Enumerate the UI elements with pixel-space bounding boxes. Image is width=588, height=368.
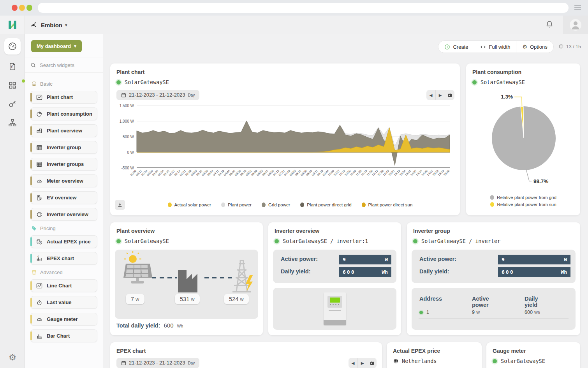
table-row[interactable]: 1 [419,310,429,315]
calendar-today-icon [370,361,375,366]
create-button[interactable]: Create [438,41,474,53]
plant-consumption-widget: Plant consumption SolarGatewaySE 1.3%98.… [466,63,580,215]
dashboard-content: Create Full width ⚙ Options 13 / 15 Plan… [103,34,588,368]
device-name: SolarGatewaySE / inverter [421,238,500,244]
window-minimize-button[interactable] [19,5,25,11]
svg-text:€: € [40,241,41,244]
sidebar-item-meter-overview[interactable]: Meter overview [30,174,97,187]
download-chart-button[interactable] [115,200,125,210]
table-cell-daily-yield: 600Wh [525,310,540,315]
next-period-button[interactable]: ▶ [358,358,367,368]
active-power-value: 9W [498,255,570,264]
sidebar-item-bar-chart[interactable]: Bar Chart [30,329,97,342]
total-daily-yield-label: Total daily yield: [116,322,160,329]
legend-grid-power[interactable]: Grid power [262,202,290,207]
window-maximize-button[interactable] [26,5,32,11]
chart-legend: Actual solar powerPlant powerGrid powerP… [125,202,455,207]
nav-dashboard[interactable] [4,38,21,55]
sidebar-item-label: Last value [47,299,72,305]
nav-settings[interactable]: ⚙ [0,352,25,363]
legend-plant-power[interactable]: Plant power [221,202,252,207]
options-button[interactable]: ⚙ Options [516,41,553,53]
section-header-advanced: Advanced [31,269,97,275]
key-icon [8,100,17,108]
sidebar-item-label: Plant overview [47,128,82,134]
sidebar-item-last-value[interactable]: Last value [30,296,97,309]
calendar-icon [121,93,126,98]
plant-chart-plot[interactable]: 1.500 W1.000 W500 W0 W-500 W00:0000:1700… [114,102,454,191]
group-values-panel: Active power: 9W Daily yield: 600Wh [412,250,576,283]
consumption-pie-chart[interactable]: 1.3%98.7% [466,89,580,190]
sidebar-item-label: Gauge meter [47,316,77,322]
sidebar-item-inverter-overview[interactable]: Inverter overview [30,208,97,221]
pie-legend-grid: Relative plant power from grid [490,195,556,200]
search-input[interactable] [40,62,94,68]
sidebar-item-plant-overview[interactable]: Plant overview [30,124,97,137]
legend-actual-solar-power[interactable]: Actual solar power [168,202,211,207]
sidebar-item-plant-chart[interactable]: Plant chart [30,91,97,104]
table-icon [36,144,42,151]
next-period-button[interactable]: ▶ [436,90,445,100]
calendar-today-icon [447,93,452,98]
nav-invoices[interactable]: € [4,58,21,75]
sidebar-item-actual-epex-price[interactable]: €Actual EPEX price [30,235,97,248]
sidebar-item-line-chart[interactable]: Line Chart [30,279,97,292]
daily-yield-label: Daily yield: [419,268,449,275]
sun-icon [124,251,141,263]
database-icon [31,269,37,275]
ev-charger-icon [36,195,42,201]
calendar-icon [121,361,126,366]
h-logo-icon [7,20,18,30]
sidebar-item-inverter-groups[interactable]: Inverter groups [30,158,97,171]
gauge-meter-widget: Gauge meter SolarGatewaySE [486,342,580,368]
arrows-horizontal-icon [480,44,486,50]
item-accent [30,210,32,219]
full-width-button[interactable]: Full width [474,41,516,53]
inverter-illustration-panel [273,288,396,330]
sidebar-item-epex-chart[interactable]: €EPEX chart [30,252,97,265]
gear-icon: ⚙ [9,352,16,362]
item-accent [30,126,32,135]
notifications-button[interactable] [545,20,555,30]
nav-topology[interactable] [4,114,21,131]
item-accent [30,143,32,152]
window-close-button[interactable] [12,5,18,11]
status-dot [116,239,121,243]
stopwatch-icon [36,299,42,306]
sidebar-item-inverter-group[interactable]: Inverter group [30,141,97,154]
today-button[interactable] [367,358,377,368]
svg-text:1.000 W: 1.000 W [120,119,134,123]
nav-access-keys[interactable] [4,96,21,112]
svg-text:€: € [11,65,13,69]
sidebar-item-gauge-meter[interactable]: Gauge meter [30,313,97,326]
today-button[interactable] [445,90,454,100]
prev-period-button[interactable]: ◀ [349,358,358,368]
sidebar-item-label: EPEX chart [47,255,74,261]
app-logo[interactable] [0,16,25,34]
legend-plant-power-direct-grid[interactable]: Plant power direct grid [300,202,351,207]
address-bar[interactable] [38,3,569,13]
nav-widgets[interactable] [4,77,21,93]
pie-chart-icon [36,111,42,117]
sidebar-item-ev-overview[interactable]: EV overview [30,191,97,204]
actual-epex-price-widget: Actual EPEX price Netherlands [387,342,482,368]
dashboard-selector-button[interactable]: My dashboard ▾ [31,40,82,52]
table-icon [36,161,42,167]
org-switcher[interactable]: Embion ▾ [30,16,67,34]
legend-plant-power-direct-sun[interactable]: Plant power direct sun [362,202,413,207]
date-range-picker[interactable]: 21-12-2023 - 21-12-2023 Day [116,358,199,368]
bell-icon [545,20,554,29]
tag-icon [31,225,37,231]
prev-period-button[interactable]: ◀ [426,90,436,100]
user-menu[interactable] [563,16,588,34]
item-accent [30,281,32,290]
sidebar-item-plant-consumption[interactable]: Plant consumption [30,107,97,120]
date-range-picker[interactable]: 21-12-2023 - 21-12-2023 Day [116,90,199,100]
sun-swatch [490,202,494,207]
table-icon [36,144,42,151]
sitemap-icon [8,118,17,127]
sidebar-item-label: Inverter overview [47,211,88,217]
widget-title: EPEX chart [116,348,146,354]
browser-menu-icon[interactable] [574,5,581,11]
item-accent [30,193,32,202]
